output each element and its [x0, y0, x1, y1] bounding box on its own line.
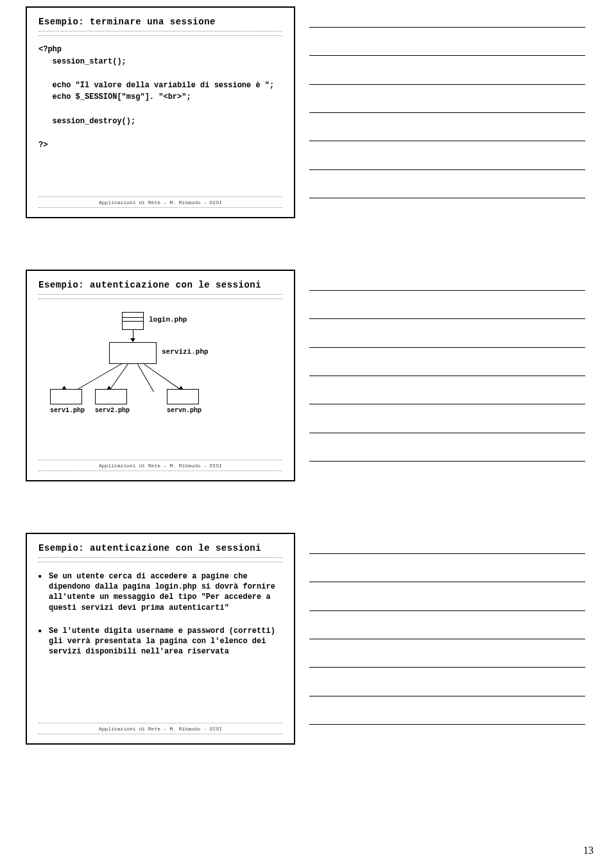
slide-footer: Applicazioni di Rete – M. Ribaudo - DISI: [38, 721, 282, 737]
code-line: session_start();: [38, 57, 126, 66]
serv2-label: serv2.php: [95, 407, 130, 414]
arrow-head: [107, 386, 112, 390]
note-line: [309, 432, 585, 433]
notes-area: [309, 270, 585, 481]
code-line: echo $_SESSION["msg"]. "<br>";: [38, 92, 191, 101]
bullet-item: Se l'utente digita username e password (…: [38, 626, 282, 657]
slide-footer: Applicazioni di Rete – M. Ribaudo - DISI: [38, 194, 282, 211]
code-line: echo "Il valore della variabile di sessi…: [38, 81, 274, 90]
bullet-item: Se un utente cerca di accedere a pagine …: [38, 571, 282, 613]
footer-text: Applicazioni di Rete – M. Ribaudo - DISI: [38, 726, 282, 732]
divider: [38, 294, 282, 299]
servn-box: [167, 389, 199, 404]
footer-text: Applicazioni di Rete – M. Ribaudo - DISI: [38, 463, 282, 469]
note-line: [309, 197, 585, 198]
slide-terminate-session: Esempio: terminare una sessione <?php se…: [26, 6, 295, 218]
serv1-label: serv1.php: [50, 407, 85, 414]
serv1-box: [50, 389, 82, 404]
note-line: [309, 666, 585, 668]
arrow-head: [178, 386, 184, 390]
code-line: ?>: [38, 141, 47, 150]
slide-auth-diagram: Esempio: autenticazione con le sessioni …: [26, 270, 295, 481]
slide-auth-text: Esempio: autenticazione con le sessioni …: [26, 533, 295, 745]
serv2-box: [95, 389, 127, 404]
servn-label: servn.php: [167, 407, 201, 414]
servizi-box: [109, 342, 157, 364]
note-line: [309, 318, 585, 319]
note-line: [309, 610, 585, 611]
note-line: [309, 140, 585, 141]
page-number: 13: [583, 845, 594, 856]
slide-footer: Applicazioni di Rete – M. Ribaudo - DISI: [38, 458, 282, 474]
note-line: [309, 695, 585, 696]
bullet-list: Se un utente cerca di accedere a pagine …: [38, 571, 282, 657]
code-block: <?php session_start(); echo "Il valore d…: [38, 44, 282, 151]
login-label: login.php: [149, 316, 187, 324]
footer-text: Applicazioni di Rete – M. Ribaudo - DISI: [38, 200, 282, 205]
note-line: [309, 112, 585, 113]
diagram: login.php servizi.php: [38, 307, 282, 410]
arrow-head: [62, 386, 67, 390]
servizi-label: servizi.php: [162, 348, 209, 356]
code-line: session_destroy();: [38, 117, 135, 126]
slide-title: Esempio: terminare una sessione: [38, 17, 282, 27]
note-line: [309, 553, 585, 554]
note-line: [309, 169, 585, 170]
note-line: [309, 375, 585, 376]
login-box: [122, 312, 144, 330]
code-line: <?php: [38, 45, 62, 54]
connector: [137, 364, 154, 392]
slide-title: Esempio: autenticazione con le sessioni: [38, 543, 282, 553]
note-line: [309, 55, 585, 56]
notes-area: [309, 6, 585, 218]
note-line: [309, 289, 585, 291]
note-line: [309, 723, 585, 725]
divider: [38, 31, 282, 36]
note-line: [309, 347, 585, 348]
note-line: [309, 403, 585, 404]
arrow: [133, 330, 133, 339]
note-line: [309, 26, 585, 28]
divider: [38, 557, 282, 562]
note-line: [309, 460, 585, 462]
note-line: [309, 638, 585, 639]
slide-title: Esempio: autenticazione con le sessioni: [38, 280, 282, 290]
note-line: [309, 83, 585, 85]
note-line: [309, 581, 585, 582]
notes-area: [309, 533, 585, 745]
